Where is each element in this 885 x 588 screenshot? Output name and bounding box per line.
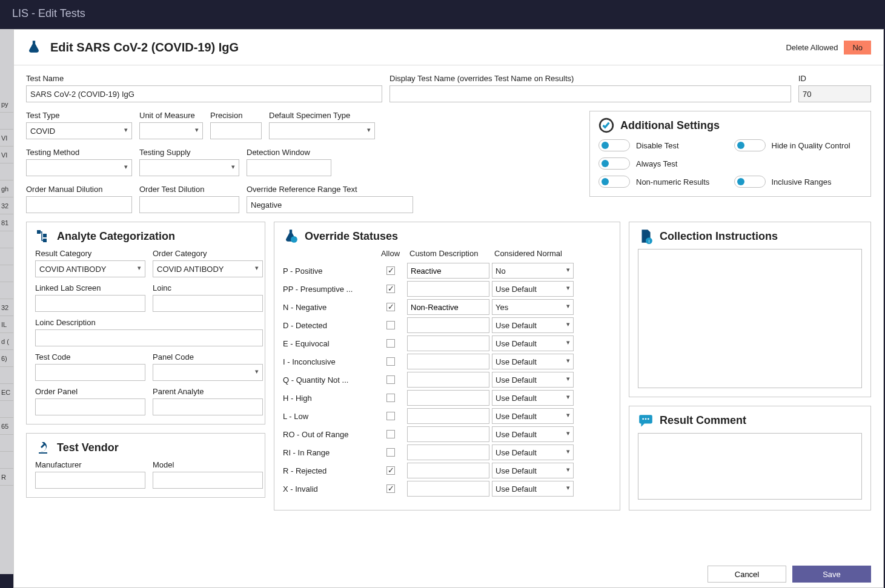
- window-title: LIS - Edit Tests: [0, 0, 885, 29]
